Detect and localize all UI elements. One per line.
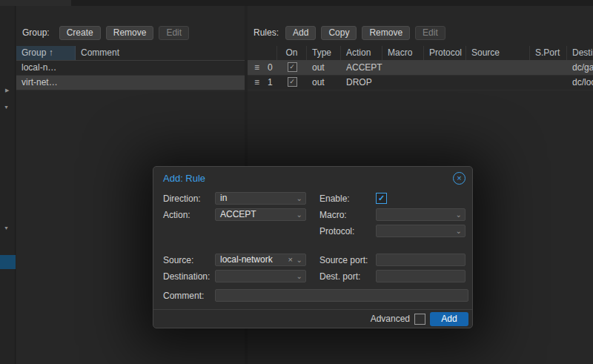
group-grid-header: Group ↑ Comment bbox=[16, 46, 245, 61]
group-comment-cell bbox=[76, 61, 245, 75]
tree-expand-icon[interactable]: ▶ bbox=[5, 87, 9, 93]
advanced-checkbox[interactable] bbox=[414, 314, 425, 325]
comment-label: Comment: bbox=[163, 291, 204, 301]
dest-port-input[interactable] bbox=[376, 270, 466, 282]
action-column-header[interactable]: Action bbox=[341, 46, 382, 60]
destination-select[interactable]: ⌄ bbox=[215, 270, 306, 282]
rule-on-checkbox[interactable]: ✓ bbox=[288, 62, 297, 72]
sport-column-header[interactable]: S.Port bbox=[530, 46, 567, 60]
rule-index: 0 bbox=[268, 61, 273, 75]
enable-label: Enable: bbox=[319, 193, 350, 204]
source-label: Source: bbox=[163, 255, 193, 265]
tree-selected-item-indicator[interactable] bbox=[0, 255, 16, 269]
group-name-cell: virt-net… bbox=[16, 76, 76, 90]
source-port-label: Source port: bbox=[319, 255, 368, 265]
dialog-add-button[interactable]: Add bbox=[430, 312, 468, 326]
rule-on-cell: ✓ bbox=[277, 61, 307, 75]
protocol-label: Protocol: bbox=[319, 226, 354, 236]
add-rule-dialog: Add: Rule × Direction: in ⌄ Enable: ✓ Ac… bbox=[153, 166, 473, 328]
rule-sport-cell bbox=[530, 76, 567, 90]
group-name-cell: local-n… bbox=[16, 61, 76, 75]
firewall-screen: ▶ ▼ ▼ Group: Create Remove Edit Group ↑ … bbox=[0, 0, 593, 364]
direction-label: Direction: bbox=[163, 193, 201, 204]
chevron-down-icon[interactable]: ⌄ bbox=[456, 210, 462, 219]
rule-handle-cell: ≡ 0 bbox=[248, 61, 277, 75]
rule-macro-cell bbox=[382, 61, 424, 75]
drag-handle-icon[interactable]: ≡ bbox=[254, 61, 259, 75]
destination-column-header[interactable]: Destination bbox=[567, 46, 593, 60]
on-column-header[interactable]: On bbox=[277, 46, 307, 60]
dest-port-label: Dest. port: bbox=[319, 271, 360, 282]
handle-column-header bbox=[248, 46, 277, 60]
group-row-virt-net[interactable]: virt-net… bbox=[16, 76, 245, 90]
rule-macro-cell bbox=[382, 76, 424, 90]
rule-index: 1 bbox=[268, 76, 273, 90]
group-column-header[interactable]: Group ↑ bbox=[16, 46, 76, 60]
rule-on-checkbox[interactable]: ✓ bbox=[288, 77, 297, 87]
action-label: Action: bbox=[163, 210, 191, 220]
top-tab-bar bbox=[0, 0, 593, 6]
tree-collapse-icon[interactable]: ▼ bbox=[4, 105, 9, 110]
rule-destination-cell: dc/gatew bbox=[567, 61, 593, 75]
source-combo[interactable]: local-network × ⌄ bbox=[215, 254, 306, 266]
rule-protocol-cell bbox=[424, 61, 466, 75]
rule-add-button[interactable]: Add bbox=[285, 26, 316, 40]
rule-sport-cell bbox=[530, 61, 567, 75]
rule-on-cell: ✓ bbox=[277, 76, 307, 90]
drag-handle-icon[interactable]: ≡ bbox=[254, 76, 259, 90]
source-port-input[interactable] bbox=[376, 254, 466, 266]
advanced-label: Advanced bbox=[371, 314, 410, 324]
clear-icon[interactable]: × bbox=[288, 254, 293, 265]
close-icon[interactable]: × bbox=[453, 172, 466, 185]
rule-source-cell bbox=[466, 61, 530, 75]
comment-input[interactable] bbox=[215, 289, 468, 302]
group-toolbar-label: Group: bbox=[22, 27, 50, 38]
group-remove-button[interactable]: Remove bbox=[106, 26, 154, 40]
chevron-down-icon[interactable]: ⌄ bbox=[296, 210, 302, 219]
rule-edit-button[interactable]: Edit bbox=[415, 26, 445, 40]
source-column-header[interactable]: Source bbox=[466, 46, 530, 60]
macro-select[interactable]: ⌄ bbox=[376, 208, 466, 221]
group-create-button[interactable]: Create bbox=[59, 26, 101, 40]
rule-action-cell: ACCEPT bbox=[341, 61, 382, 75]
action-value: ACCEPT bbox=[220, 209, 256, 219]
rule-protocol-cell bbox=[424, 76, 466, 90]
rule-remove-button[interactable]: Remove bbox=[362, 26, 410, 40]
protocol-select[interactable]: ⌄ bbox=[376, 225, 466, 237]
rule-destination-cell: dc/local- bbox=[567, 76, 593, 90]
rule-source-cell bbox=[466, 76, 530, 90]
group-comment-cell bbox=[76, 76, 245, 90]
rule-type-cell: out bbox=[307, 61, 341, 75]
rule-row-1[interactable]: ≡ 1 ✓ out DROP dc/local- bbox=[248, 76, 593, 90]
rule-action-cell: DROP bbox=[341, 76, 382, 90]
chevron-down-icon[interactable]: ⌄ bbox=[296, 255, 302, 265]
left-tree-gutter: ▶ ▼ ▼ bbox=[0, 6, 16, 364]
rule-copy-button[interactable]: Copy bbox=[321, 26, 357, 40]
comment-column-header[interactable]: Comment bbox=[76, 46, 245, 60]
chevron-down-icon[interactable]: ⌄ bbox=[296, 193, 302, 203]
rule-row-0[interactable]: ≡ 0 ✓ out ACCEPT dc/gatew bbox=[248, 61, 593, 76]
chevron-down-icon[interactable]: ⌄ bbox=[296, 271, 302, 281]
group-row-local-network[interactable]: local-n… bbox=[16, 61, 245, 76]
tree-collapse-icon-2[interactable]: ▼ bbox=[4, 225, 9, 231]
group-edit-button[interactable]: Edit bbox=[159, 26, 189, 40]
direction-value: in bbox=[220, 193, 227, 203]
chevron-down-icon[interactable]: ⌄ bbox=[456, 226, 462, 236]
macro-column-header[interactable]: Macro bbox=[382, 46, 424, 60]
direction-select[interactable]: in ⌄ bbox=[215, 192, 306, 205]
dialog-footer: Advanced Add bbox=[153, 309, 472, 328]
rule-handle-cell: ≡ 1 bbox=[248, 76, 277, 90]
sort-ascending-icon: ↑ bbox=[49, 47, 53, 58]
destination-label: Destination: bbox=[163, 271, 210, 282]
action-select[interactable]: ACCEPT ⌄ bbox=[215, 208, 306, 221]
rules-toolbar-label: Rules: bbox=[254, 27, 279, 38]
active-tab[interactable] bbox=[0, 0, 71, 6]
rules-grid-header: On Type Action Macro Protocol Source S.P… bbox=[248, 46, 593, 61]
enable-checkbox[interactable]: ✓ bbox=[376, 193, 387, 204]
macro-label: Macro: bbox=[319, 210, 347, 220]
type-column-header[interactable]: Type bbox=[307, 46, 341, 60]
rules-grid: On Type Action Macro Protocol Source S.P… bbox=[248, 46, 593, 90]
source-value: local-network bbox=[220, 254, 273, 265]
group-toolbar: Group: Create Remove Edit bbox=[16, 22, 245, 43]
protocol-column-header[interactable]: Protocol bbox=[424, 46, 466, 60]
